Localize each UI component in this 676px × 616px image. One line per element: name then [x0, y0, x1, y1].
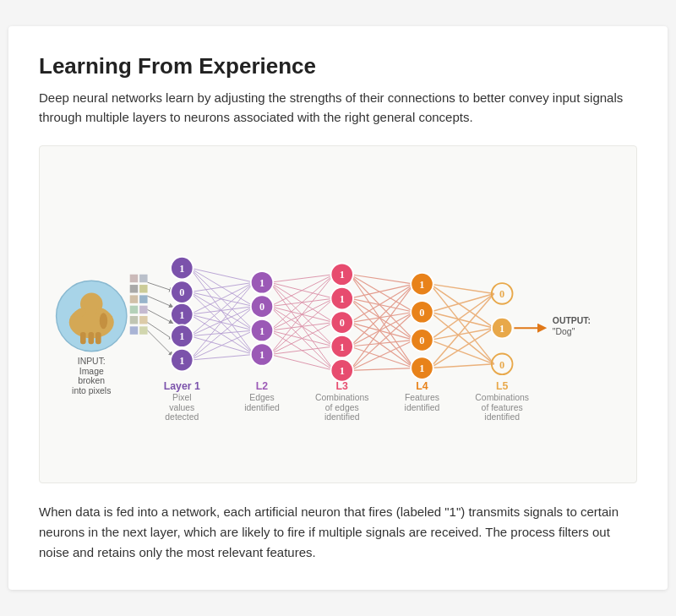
- svg-text:OUTPUT:: OUTPUT:: [553, 317, 591, 326]
- svg-text:L4: L4: [416, 380, 428, 392]
- svg-text:identified: identified: [324, 412, 360, 422]
- svg-point-8: [100, 313, 107, 329]
- svg-line-87: [430, 284, 494, 328]
- svg-rect-19: [130, 327, 138, 335]
- svg-rect-17: [130, 316, 138, 324]
- svg-line-63: [270, 323, 334, 355]
- svg-text:1: 1: [499, 323, 504, 335]
- svg-line-25: [148, 330, 172, 354]
- svg-text:1: 1: [179, 309, 184, 321]
- svg-text:1: 1: [419, 363, 424, 375]
- svg-text:Combinations: Combinations: [315, 394, 369, 403]
- svg-rect-11: [130, 285, 138, 292]
- svg-line-84: [350, 341, 414, 371]
- svg-rect-7: [95, 332, 101, 344]
- svg-text:1: 1: [179, 355, 184, 367]
- svg-rect-12: [139, 285, 147, 292]
- svg-text:1: 1: [340, 293, 345, 305]
- svg-text:Image: Image: [79, 367, 104, 376]
- svg-rect-5: [80, 332, 86, 344]
- svg-line-62: [270, 298, 334, 354]
- svg-line-23: [148, 310, 172, 323]
- svg-text:1: 1: [259, 325, 264, 337]
- svg-text:values: values: [169, 403, 194, 412]
- svg-text:0: 0: [499, 359, 504, 371]
- svg-text:Layer 1: Layer 1: [164, 380, 200, 392]
- svg-rect-6: [88, 332, 94, 344]
- svg-text:INPUT:: INPUT:: [78, 357, 106, 366]
- svg-line-61: [270, 275, 334, 355]
- svg-text:identified: identified: [484, 412, 520, 422]
- svg-text:Edges: Edges: [249, 394, 275, 403]
- bottom-paragraph: When data is fed into a network, each ar…: [39, 502, 637, 563]
- svg-text:identified: identified: [405, 403, 440, 412]
- svg-text:of features: of features: [482, 403, 523, 412]
- svg-line-92: [430, 294, 494, 341]
- svg-line-66: [350, 275, 414, 284]
- svg-text:detected: detected: [165, 412, 199, 422]
- svg-rect-16: [139, 306, 147, 313]
- svg-rect-9: [130, 275, 138, 282]
- svg-rect-15: [130, 306, 138, 313]
- svg-line-86: [430, 284, 494, 293]
- svg-rect-10: [139, 275, 147, 282]
- svg-text:L5: L5: [496, 380, 509, 392]
- svg-line-97: [430, 364, 494, 368]
- svg-text:0: 0: [259, 302, 264, 313]
- svg-text:1: 1: [179, 263, 184, 275]
- svg-text:into pixels: into pixels: [72, 386, 111, 395]
- svg-text:0: 0: [499, 288, 504, 300]
- svg-text:"Dog": "Dog": [553, 327, 575, 336]
- svg-text:Pixel: Pixel: [172, 394, 192, 403]
- svg-line-64: [270, 346, 334, 354]
- svg-text:of edges: of edges: [325, 403, 359, 412]
- svg-text:1: 1: [340, 341, 345, 353]
- svg-text:L2: L2: [256, 380, 269, 392]
- page-title: Learning From Experience: [39, 53, 637, 79]
- svg-text:broken: broken: [78, 377, 105, 386]
- svg-line-26: [190, 268, 254, 282]
- svg-text:Combinations: Combinations: [475, 394, 529, 403]
- svg-text:0: 0: [419, 307, 424, 319]
- svg-rect-20: [139, 327, 147, 335]
- svg-line-56: [270, 275, 334, 330]
- svg-line-22: [148, 297, 172, 307]
- svg-rect-18: [139, 316, 147, 324]
- svg-rect-14: [139, 296, 147, 303]
- svg-line-51: [270, 275, 334, 307]
- svg-text:L3: L3: [336, 380, 349, 392]
- svg-line-85: [350, 368, 414, 371]
- neural-network-diagram: 1 0 1 1 1 1 0 1 1 1 1 0 1: [50, 160, 626, 472]
- svg-line-21: [148, 282, 172, 290]
- svg-text:1: 1: [419, 279, 424, 291]
- intro-paragraph: Deep neural networks learn by adjusting …: [39, 88, 637, 128]
- svg-line-24: [148, 323, 172, 339]
- svg-text:0: 0: [179, 287, 184, 299]
- svg-line-46: [270, 275, 334, 282]
- diagram-container: 1 0 1 1 1 1 0 1 1 1 1 0 1: [39, 145, 637, 483]
- svg-text:Features: Features: [405, 394, 439, 403]
- svg-text:1: 1: [340, 365, 345, 377]
- svg-rect-13: [130, 296, 138, 303]
- svg-text:1: 1: [259, 277, 264, 289]
- svg-text:0: 0: [340, 318, 345, 330]
- svg-text:1: 1: [259, 349, 264, 361]
- svg-text:1: 1: [179, 331, 184, 343]
- svg-text:0: 0: [419, 335, 424, 346]
- svg-line-68: [350, 275, 414, 341]
- svg-text:identified: identified: [244, 403, 280, 412]
- main-card: Learning From Experience Deep neural net…: [8, 26, 668, 591]
- svg-text:1: 1: [340, 270, 345, 281]
